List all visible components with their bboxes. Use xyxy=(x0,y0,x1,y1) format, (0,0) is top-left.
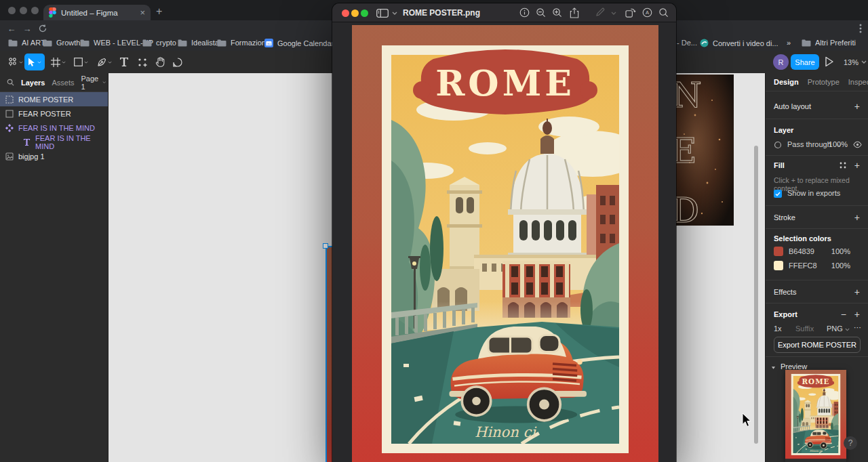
tab-close-icon[interactable]: × xyxy=(140,8,145,17)
page-selector[interactable]: Page 1 xyxy=(81,75,106,91)
tab-prototype[interactable]: Prototype xyxy=(808,78,840,86)
markup-pencil-icon xyxy=(595,7,605,20)
search-icon[interactable] xyxy=(7,79,14,86)
bookmark-converti[interactable]: Converti i video di... xyxy=(700,39,778,47)
selection-handle[interactable] xyxy=(323,243,328,249)
bookmarks-overflow-chevron[interactable]: » xyxy=(787,39,791,47)
quicklook-titlebar[interactable]: ROME POSTER.png A xyxy=(332,3,676,22)
bookmark-item[interactable]: AI ART xyxy=(8,39,45,47)
layer-name: FEAR IS IN THE MIND xyxy=(35,134,102,150)
present-play-icon[interactable] xyxy=(825,56,834,70)
layer-row-fear-is-in-the-mind[interactable]: FEAR IS IN THE MIND xyxy=(0,135,108,149)
layer-row-fear-poster[interactable]: FEAR POSTER xyxy=(0,106,108,121)
info-icon[interactable] xyxy=(519,7,530,20)
ql-minimize-icon[interactable] xyxy=(351,9,359,17)
text-tool[interactable] xyxy=(117,54,132,70)
chevron-down-icon xyxy=(108,61,112,64)
share-icon[interactable] xyxy=(570,7,579,21)
forward-button[interactable]: → xyxy=(21,22,33,35)
export-scale-select[interactable]: 1x xyxy=(774,324,782,333)
layer-row-fear-is-in-the-mind[interactable]: FEAR IS IN THE MIND xyxy=(0,121,108,135)
help-button[interactable]: ? xyxy=(844,436,857,450)
add-fill-button[interactable]: + xyxy=(854,161,860,170)
styles-icon[interactable] xyxy=(840,162,846,169)
main-menu-tool[interactable] xyxy=(4,54,26,70)
export-format-select[interactable]: PNG xyxy=(827,324,843,333)
highlight-icon[interactable]: A xyxy=(642,7,652,20)
disclosure-triangle-icon[interactable] xyxy=(771,366,776,370)
quicklook-window[interactable]: ROME POSTER.png A xyxy=(332,3,676,462)
comment-tool[interactable] xyxy=(170,54,186,70)
add-export-button[interactable]: + xyxy=(854,310,860,319)
selection-color-row[interactable]: B64839100% xyxy=(774,247,860,256)
auto-layout-section: Auto layout + xyxy=(766,91,868,119)
sidebar-toggle-icon[interactable] xyxy=(376,8,389,20)
search-icon[interactable] xyxy=(658,7,669,20)
tab-inspect[interactable]: Inspect xyxy=(848,78,868,86)
color-swatch[interactable] xyxy=(774,247,783,256)
reload-button[interactable] xyxy=(37,22,49,35)
remove-export-button[interactable]: − xyxy=(841,310,846,319)
color-hex[interactable]: B64839 xyxy=(789,247,814,255)
blend-mode-select[interactable]: Pass through xyxy=(787,140,831,148)
window-close-icon[interactable] xyxy=(8,7,16,14)
layer-opacity-value[interactable]: 100% xyxy=(829,140,848,148)
export-section-label: Export xyxy=(774,310,797,318)
color-opacity[interactable]: 100% xyxy=(831,261,850,270)
blend-mode-icon[interactable] xyxy=(774,141,782,149)
tab-design[interactable]: Design xyxy=(774,78,799,86)
selection-color-row[interactable]: FFEFC8100% xyxy=(774,261,860,270)
frame-tool[interactable] xyxy=(47,54,69,70)
tab-layers[interactable]: Layers xyxy=(21,79,45,87)
color-swatch[interactable] xyxy=(774,261,783,270)
bookmark-item[interactable]: crypto xyxy=(142,39,176,47)
tab-assets[interactable]: Assets xyxy=(52,79,74,87)
add-stroke-button[interactable]: + xyxy=(854,213,860,222)
move-tool[interactable] xyxy=(24,54,45,70)
zoom-out-icon[interactable] xyxy=(536,7,546,20)
window-zoom-icon[interactable] xyxy=(31,7,39,14)
export-suffix-input[interactable]: Suffix xyxy=(795,324,814,333)
add-effect-button[interactable]: + xyxy=(854,287,860,297)
bookmark-item[interactable]: Growth xyxy=(43,39,80,47)
layer-row-bigjpg-1[interactable]: bigjpg 1 xyxy=(0,149,108,163)
ql-close-icon[interactable] xyxy=(342,9,349,17)
color-opacity[interactable]: 100% xyxy=(831,247,850,255)
chevron-down-icon[interactable] xyxy=(392,12,397,15)
share-button[interactable]: Share xyxy=(791,54,819,70)
frame-dashed-icon xyxy=(5,96,14,104)
show-in-exports-checkbox[interactable] xyxy=(774,190,782,198)
chevron-down-icon xyxy=(62,61,66,64)
fear-poster-fragment[interactable]: N E D xyxy=(675,75,734,226)
bookmark-item[interactable]: Formazione xyxy=(217,39,270,47)
resources-tool[interactable] xyxy=(134,54,151,70)
bookmark-item-cut[interactable]: - De... xyxy=(677,39,697,47)
export-rome-poster-button[interactable]: Export ROME POSTER xyxy=(774,337,861,353)
eye-icon[interactable] xyxy=(853,141,862,148)
ql-zoom-icon[interactable] xyxy=(361,9,368,17)
browser-tab[interactable]: Untitled – Figma × xyxy=(43,5,151,20)
chevron-down-icon xyxy=(19,61,23,64)
hand-tool[interactable] xyxy=(152,54,168,70)
zoom-in-icon[interactable] xyxy=(552,7,562,20)
shape-tool[interactable] xyxy=(71,54,92,70)
color-hex[interactable]: FFEFC8 xyxy=(789,261,817,270)
canvas-scrollbar[interactable] xyxy=(754,146,758,444)
preview-thumbnail[interactable] xyxy=(785,370,846,462)
figma-favicon-icon xyxy=(49,7,56,18)
new-tab-button[interactable]: + xyxy=(156,6,162,17)
window-minimize-icon[interactable] xyxy=(20,7,27,14)
add-auto-layout-button[interactable]: + xyxy=(854,102,860,111)
layer-row-rome-poster[interactable]: ROME POSTER xyxy=(0,92,108,106)
browser-menu-icon[interactable] xyxy=(854,22,867,35)
rotate-icon[interactable] xyxy=(625,7,636,20)
export-options-icon[interactable]: ⋯ xyxy=(854,323,861,332)
zoom-level-control[interactable]: 13% xyxy=(844,54,867,70)
bookmark-item[interactable]: Idealista xyxy=(178,39,219,47)
bookmark-label: » xyxy=(787,39,791,47)
bookmark-altri-preferiti[interactable]: Altri Preferiti xyxy=(802,39,856,47)
back-button[interactable]: ← xyxy=(5,22,18,35)
svg-text:31: 31 xyxy=(267,42,271,46)
user-avatar[interactable]: R xyxy=(773,54,789,70)
pen-tool[interactable] xyxy=(94,54,115,70)
